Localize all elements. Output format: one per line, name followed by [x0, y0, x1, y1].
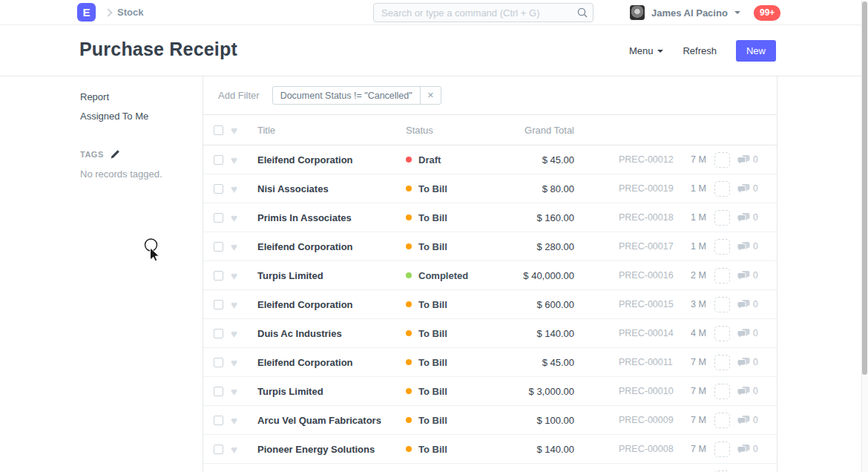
sidebar-item-assigned-to-me[interactable]: Assigned To Me: [80, 111, 188, 122]
status-label: To Bill: [418, 357, 447, 368]
table-row[interactable]: ♥ Eleifend Corporation To Bill $ 45.00 P…: [203, 348, 777, 377]
like-icon[interactable]: ♥: [231, 444, 243, 455]
table-row[interactable]: ♥: [203, 464, 777, 472]
row-id[interactable]: PREC-00010: [619, 386, 674, 396]
row-title[interactable]: Nisi Associates: [257, 183, 406, 194]
row-title[interactable]: Arcu Vel Quam Fabricators: [257, 415, 406, 426]
assign-placeholder[interactable]: [714, 152, 730, 168]
assign-placeholder[interactable]: [714, 239, 730, 255]
row-id[interactable]: PREC-00009: [619, 415, 674, 425]
row-title[interactable]: Eleifend Corporation: [257, 241, 406, 252]
comment-count: 0: [737, 386, 758, 396]
row-id[interactable]: PREC-00019: [619, 183, 674, 194]
user-name: James Al Pacino: [651, 7, 728, 19]
like-icon[interactable]: ♥: [231, 212, 243, 223]
menu-button[interactable]: Menu: [629, 45, 664, 56]
app-logo[interactable]: E: [77, 3, 96, 22]
assign-placeholder[interactable]: [714, 355, 730, 370]
row-status: To Bill: [406, 299, 502, 310]
row-title[interactable]: Eleifend Corporation: [257, 154, 406, 165]
row-title[interactable]: Primis In Associates: [257, 212, 406, 223]
status-dot-icon: [406, 186, 412, 191]
row-checkbox[interactable]: [214, 416, 223, 425]
search-input[interactable]: [373, 3, 594, 22]
user-menu[interactable]: James Al Pacino: [630, 0, 740, 25]
like-icon[interactable]: ♥: [231, 154, 243, 165]
comment-count: 0: [737, 270, 758, 281]
edit-tags-icon[interactable]: [111, 149, 120, 159]
row-age: 3 M: [691, 299, 714, 309]
table-row[interactable]: ♥ Eleifend Corporation Draft $ 45.00 PRE…: [203, 145, 777, 174]
row-title[interactable]: Duis Ac Industries: [257, 328, 406, 339]
global-search: [373, 3, 594, 22]
row-checkbox[interactable]: [214, 329, 223, 338]
scrollbar-thumb[interactable]: [862, 1, 867, 375]
row-id[interactable]: PREC-00016: [619, 270, 674, 281]
row-checkbox[interactable]: [214, 445, 223, 454]
notification-badge[interactable]: 99+: [754, 5, 780, 21]
like-icon[interactable]: ♥: [231, 386, 243, 397]
row-checkbox[interactable]: [214, 242, 223, 252]
like-icon[interactable]: ♥: [231, 241, 243, 252]
assign-placeholder[interactable]: [714, 413, 730, 428]
row-id[interactable]: PREC-00012: [619, 154, 674, 165]
like-filter-icon[interactable]: ♥: [231, 125, 243, 136]
table-row[interactable]: ♥ Nisi Associates To Bill $ 80.00 PREC-0…: [203, 174, 777, 203]
row-checkbox[interactable]: [214, 387, 223, 396]
sidebar-item-report[interactable]: Report: [80, 91, 188, 102]
row-checkbox[interactable]: [214, 358, 223, 367]
row-title[interactable]: Turpis Limited: [257, 386, 406, 397]
like-icon[interactable]: ♥: [231, 357, 243, 368]
row-age: 7 M: [691, 154, 714, 165]
assign-placeholder[interactable]: [714, 268, 730, 283]
remove-filter-icon[interactable]: ✕: [420, 86, 441, 105]
table-row[interactable]: ♥ Arcu Vel Quam Fabricators To Bill $ 10…: [203, 406, 777, 435]
assign-placeholder[interactable]: [714, 326, 730, 341]
table-row[interactable]: ♥ Turpis Limited To Bill $ 3,000.00 PREC…: [203, 377, 777, 406]
row-checkbox[interactable]: [214, 300, 223, 309]
row-checkbox[interactable]: [214, 213, 223, 223]
like-icon[interactable]: ♥: [231, 328, 243, 339]
table-row[interactable]: ♥ Duis Ac Industries To Bill $ 140.00 PR…: [203, 319, 777, 348]
table-row[interactable]: ♥ Eleifend Corporation To Bill $ 600.00 …: [203, 290, 777, 319]
table-row[interactable]: ♥ Primis In Associates To Bill $ 160.00 …: [203, 203, 777, 232]
table-row[interactable]: ♥ Pioneer Energy Solutions To Bill $ 140…: [203, 435, 777, 464]
status-label: To Bill: [418, 299, 447, 310]
column-status: Status: [406, 125, 502, 136]
row-age: 1 M: [691, 241, 714, 252]
row-title[interactable]: Eleifend Corporation: [257, 357, 406, 368]
refresh-button[interactable]: Refresh: [683, 45, 717, 56]
assign-placeholder[interactable]: [714, 181, 730, 197]
like-icon[interactable]: ♥: [231, 183, 243, 194]
like-icon[interactable]: ♥: [231, 299, 243, 310]
breadcrumb-stock[interactable]: Stock: [117, 0, 143, 25]
row-title[interactable]: Eleifend Corporation: [257, 299, 406, 310]
like-icon[interactable]: ♥: [231, 270, 243, 281]
status-dot-icon: [406, 446, 412, 452]
scrollbar-track[interactable]: [861, 0, 868, 472]
table-row[interactable]: ♥ Eleifend Corporation To Bill $ 280.00 …: [203, 232, 777, 261]
row-checkbox[interactable]: [214, 155, 223, 165]
row-id[interactable]: PREC-00008: [619, 444, 674, 454]
assign-placeholder[interactable]: [714, 442, 730, 457]
row-id[interactable]: PREC-00011: [619, 357, 674, 367]
filter-chip: Document Status != "Cancelled" ✕: [272, 86, 441, 105]
row-checkbox[interactable]: [214, 184, 223, 194]
assign-placeholder[interactable]: [714, 210, 730, 226]
select-all-checkbox[interactable]: [214, 125, 223, 135]
assign-placeholder[interactable]: [714, 297, 730, 312]
new-button[interactable]: New: [736, 40, 776, 62]
row-id[interactable]: PREC-00017: [619, 241, 674, 252]
row-id[interactable]: PREC-00018: [619, 212, 674, 223]
assign-placeholder[interactable]: [714, 384, 730, 399]
like-icon[interactable]: ♥: [231, 415, 243, 426]
table-row[interactable]: ♥ Turpis Limited Completed $ 40,000.00 P…: [203, 261, 777, 290]
row-title[interactable]: Turpis Limited: [257, 270, 406, 281]
row-title[interactable]: Pioneer Energy Solutions: [257, 444, 406, 455]
add-filter-button[interactable]: Add Filter: [218, 90, 260, 101]
navbar: E Stock James Al Pacino 99+: [0, 0, 868, 25]
filter-chip-label[interactable]: Document Status != "Cancelled": [272, 86, 421, 105]
row-id[interactable]: PREC-00015: [619, 299, 674, 309]
row-id[interactable]: PREC-00014: [619, 328, 674, 338]
row-checkbox[interactable]: [214, 271, 223, 281]
